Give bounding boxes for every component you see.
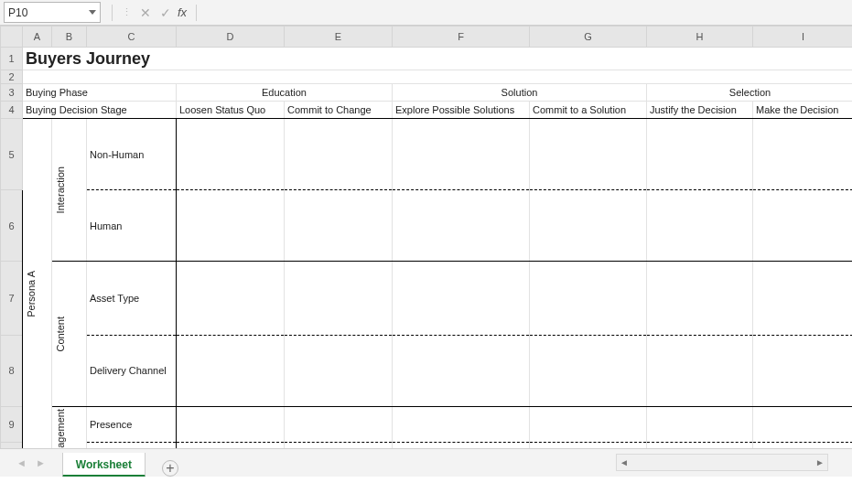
- cell-G7[interactable]: [530, 262, 647, 336]
- scroll-right-icon[interactable]: ►: [813, 457, 827, 467]
- title-cell[interactable]: Buyers Journey: [23, 48, 853, 70]
- row-delivery-channel[interactable]: Delivery Channel: [87, 335, 177, 406]
- cell-F7[interactable]: [393, 262, 530, 336]
- separator: [196, 5, 197, 21]
- cell-F5[interactable]: [393, 119, 530, 190]
- col-B[interactable]: B: [52, 27, 87, 48]
- cell-I5[interactable]: [753, 119, 853, 190]
- stage-e[interactable]: Commit to Change: [285, 102, 393, 119]
- grid[interactable]: A B C D E F G H I 1 Buyers Journey 2 3 B…: [0, 26, 852, 449]
- formula-input[interactable]: [202, 0, 852, 26]
- row-4[interactable]: 4: [1, 102, 23, 119]
- select-all[interactable]: [1, 27, 23, 48]
- interaction-label: Interaction: [55, 166, 66, 213]
- stage-h[interactable]: Justify the Decision: [647, 102, 753, 119]
- cell-D7[interactable]: [177, 262, 285, 336]
- engagement-label: Engagement: [55, 409, 66, 449]
- name-box-input[interactable]: [8, 6, 63, 19]
- row-8[interactable]: 8: [1, 335, 23, 406]
- cell-D6[interactable]: [177, 190, 285, 262]
- col-E[interactable]: E: [285, 27, 393, 48]
- cell-I9[interactable]: [753, 406, 853, 442]
- cell-E7[interactable]: [285, 262, 393, 336]
- formula-bar: ⋮ ✕ ✓ fx: [0, 0, 852, 26]
- confirm-entry-button: ✓: [156, 3, 176, 23]
- cell-E8[interactable]: [285, 335, 393, 406]
- phase-label[interactable]: Buying Phase: [23, 84, 177, 102]
- phase-solution[interactable]: Solution: [393, 84, 647, 102]
- cell-H6[interactable]: [647, 190, 753, 262]
- phase-selection[interactable]: Selection: [647, 84, 853, 102]
- chevron-down-icon[interactable]: [89, 10, 96, 15]
- cell-D8[interactable]: [177, 335, 285, 406]
- row-non-human[interactable]: Non-Human: [87, 119, 177, 190]
- add-sheet-button[interactable]: +: [162, 460, 178, 477]
- cell-H8[interactable]: [647, 335, 753, 406]
- dots-icon: ⋮: [118, 6, 135, 18]
- group-content[interactable]: Content: [52, 262, 87, 407]
- cell-H7[interactable]: [647, 262, 753, 336]
- tab-prev-icon[interactable]: ◄: [16, 457, 27, 468]
- content-label: Content: [55, 316, 66, 352]
- cancel-entry-button: ✕: [135, 3, 156, 23]
- col-D[interactable]: D: [177, 27, 285, 48]
- cell-F6[interactable]: [393, 190, 530, 262]
- group-engagement[interactable]: Engagement: [52, 406, 87, 449]
- col-H[interactable]: H: [647, 27, 753, 48]
- stage-f[interactable]: Explore Possible Solutions: [393, 102, 530, 119]
- horizontal-scrollbar[interactable]: ◄ ►: [616, 454, 828, 471]
- sheet-tabs-bar: ◄ ► Worksheet + ◄ ►: [0, 448, 852, 477]
- column-header-row[interactable]: A B C D E F G H I: [1, 27, 853, 48]
- phase-education[interactable]: Education: [177, 84, 393, 102]
- col-A[interactable]: A: [23, 27, 52, 48]
- cell-I8[interactable]: [753, 335, 853, 406]
- stage-i[interactable]: Make the Decision: [753, 102, 853, 119]
- tab-next-icon[interactable]: ►: [36, 457, 46, 468]
- tab-nav[interactable]: ◄ ►: [0, 457, 55, 468]
- scroll-left-icon[interactable]: ◄: [617, 457, 631, 467]
- blank-cell[interactable]: [23, 70, 853, 84]
- row-5[interactable]: 5: [1, 119, 23, 190]
- scroll-track[interactable]: [631, 455, 813, 470]
- cell-E6[interactable]: [285, 190, 393, 262]
- row-9[interactable]: 9: [1, 406, 23, 442]
- row-7[interactable]: 7: [1, 262, 23, 336]
- row-human[interactable]: Human: [87, 190, 177, 262]
- cell-E9[interactable]: [285, 406, 393, 442]
- separator: [112, 5, 113, 21]
- cell-F9[interactable]: [393, 406, 530, 442]
- persona-label: Persona A: [26, 271, 37, 317]
- cell-F8[interactable]: [393, 335, 530, 406]
- stage-d[interactable]: Loosen Status Quo: [177, 102, 285, 119]
- col-I[interactable]: I: [753, 27, 853, 48]
- persona-cell[interactable]: Persona A: [23, 119, 52, 450]
- row-presence[interactable]: Presence: [87, 406, 177, 442]
- cell-G8[interactable]: [530, 335, 647, 406]
- col-F[interactable]: F: [393, 27, 530, 48]
- row-6[interactable]: 6: [1, 190, 23, 262]
- row-2[interactable]: 2: [1, 70, 23, 84]
- fx-icon[interactable]: fx: [178, 5, 187, 19]
- cell-G6[interactable]: [530, 190, 647, 262]
- cell-E5[interactable]: [285, 119, 393, 190]
- stage-label[interactable]: Buying Decision Stage: [23, 102, 177, 119]
- col-C[interactable]: C: [87, 27, 177, 48]
- cell-G9[interactable]: [530, 406, 647, 442]
- row-asset-type[interactable]: Asset Type: [87, 262, 177, 336]
- col-G[interactable]: G: [530, 27, 647, 48]
- cell-G5[interactable]: [530, 119, 647, 190]
- spreadsheet-area: A B C D E F G H I 1 Buyers Journey 2 3 B…: [0, 26, 852, 477]
- stage-g[interactable]: Commit to a Solution: [530, 102, 647, 119]
- cell-I6[interactable]: [753, 190, 853, 262]
- sheet-tab-active[interactable]: Worksheet: [62, 453, 146, 477]
- cell-H5[interactable]: [647, 119, 753, 190]
- cell-H9[interactable]: [647, 406, 753, 442]
- name-box[interactable]: [4, 2, 101, 23]
- cell-D9[interactable]: [177, 406, 285, 442]
- cell-I7[interactable]: [753, 262, 853, 336]
- row-3[interactable]: 3: [1, 84, 23, 102]
- group-interaction[interactable]: Interaction: [52, 119, 87, 262]
- row-1[interactable]: 1: [1, 48, 23, 70]
- cell-D5[interactable]: [177, 119, 285, 190]
